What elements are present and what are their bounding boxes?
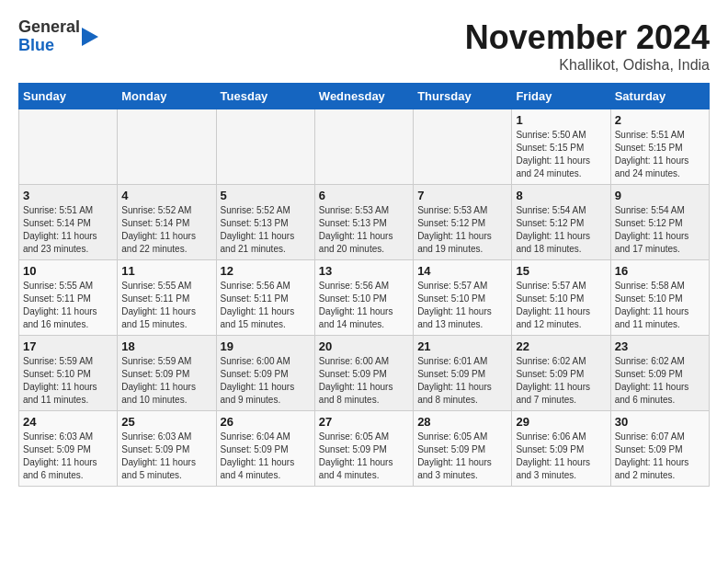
weekday-header-row: SundayMondayTuesdayWednesdayThursdayFrid… (19, 84, 710, 109)
day-info: Sunrise: 6:04 AM Sunset: 5:09 PM Dayligh… (221, 431, 311, 482)
day-info: Sunrise: 5:57 AM Sunset: 5:10 PM Dayligh… (516, 280, 606, 331)
day-number: 4 (121, 189, 211, 202)
day-number: 11 (121, 264, 211, 278)
day-number: 12 (221, 264, 311, 278)
calendar-cell: 7Sunrise: 5:53 AM Sunset: 5:12 PM Daylig… (414, 185, 512, 260)
calendar-cell: 20Sunrise: 6:00 AM Sunset: 5:09 PM Dayli… (314, 336, 413, 411)
calendar-cell (118, 109, 216, 185)
day-number: 17 (23, 339, 113, 353)
day-info: Sunrise: 5:59 AM Sunset: 5:09 PM Dayligh… (121, 355, 211, 407)
day-number: 7 (417, 189, 507, 202)
calendar-cell: 23Sunrise: 6:02 AM Sunset: 5:09 PM Dayli… (610, 336, 709, 411)
calendar-cell: 14Sunrise: 5:57 AM Sunset: 5:10 PM Dayli… (414, 260, 512, 336)
day-info: Sunrise: 5:52 AM Sunset: 5:13 PM Dayligh… (221, 204, 311, 256)
day-info: Sunrise: 5:57 AM Sunset: 5:10 PM Dayligh… (417, 280, 507, 331)
day-info: Sunrise: 5:51 AM Sunset: 5:14 PM Dayligh… (23, 204, 113, 256)
day-info: Sunrise: 6:03 AM Sunset: 5:09 PM Dayligh… (23, 431, 113, 482)
logo-general: General (18, 18, 80, 37)
day-number: 8 (516, 189, 606, 202)
day-info: Sunrise: 6:02 AM Sunset: 5:09 PM Dayligh… (516, 355, 606, 407)
day-number: 25 (121, 415, 211, 429)
calendar-cell: 24Sunrise: 6:03 AM Sunset: 5:09 PM Dayli… (19, 411, 118, 487)
day-number: 6 (319, 189, 409, 202)
day-number: 15 (516, 264, 606, 278)
day-number: 3 (23, 189, 113, 202)
day-number: 26 (221, 415, 311, 429)
day-number: 27 (319, 415, 409, 429)
day-info: Sunrise: 5:53 AM Sunset: 5:12 PM Dayligh… (417, 204, 507, 256)
day-info: Sunrise: 5:56 AM Sunset: 5:10 PM Dayligh… (319, 280, 409, 331)
calendar-cell (216, 109, 314, 185)
calendar-cell: 27Sunrise: 6:05 AM Sunset: 5:09 PM Dayli… (314, 411, 413, 487)
calendar-table: SundayMondayTuesdayWednesdayThursdayFrid… (18, 83, 710, 487)
day-number: 10 (23, 264, 113, 278)
logo: General Blue (18, 18, 98, 55)
week-row-1: 1Sunrise: 5:50 AM Sunset: 5:15 PM Daylig… (19, 109, 710, 185)
calendar-cell: 10Sunrise: 5:55 AM Sunset: 5:11 PM Dayli… (19, 260, 118, 336)
calendar-cell: 9Sunrise: 5:54 AM Sunset: 5:12 PM Daylig… (610, 185, 709, 260)
day-number: 28 (417, 415, 507, 429)
calendar-cell (19, 109, 118, 185)
logo-blue: Blue (18, 37, 80, 55)
day-number: 14 (417, 264, 507, 278)
day-info: Sunrise: 6:00 AM Sunset: 5:09 PM Dayligh… (319, 355, 409, 407)
page-header: General Blue November 2024 Khallikot, Od… (18, 18, 710, 74)
calendar-cell: 19Sunrise: 6:00 AM Sunset: 5:09 PM Dayli… (216, 336, 314, 411)
day-info: Sunrise: 6:00 AM Sunset: 5:09 PM Dayligh… (221, 355, 311, 407)
day-info: Sunrise: 6:01 AM Sunset: 5:09 PM Dayligh… (417, 355, 507, 407)
day-info: Sunrise: 5:52 AM Sunset: 5:14 PM Dayligh… (121, 204, 211, 256)
day-number: 29 (516, 415, 606, 429)
day-number: 24 (23, 415, 113, 429)
day-number: 1 (516, 113, 606, 127)
calendar-cell: 8Sunrise: 5:54 AM Sunset: 5:12 PM Daylig… (512, 185, 610, 260)
day-number: 18 (121, 339, 211, 353)
day-info: Sunrise: 5:55 AM Sunset: 5:11 PM Dayligh… (23, 280, 113, 331)
calendar-cell: 6Sunrise: 5:53 AM Sunset: 5:13 PM Daylig… (314, 185, 413, 260)
day-info: Sunrise: 5:56 AM Sunset: 5:11 PM Dayligh… (221, 280, 311, 331)
day-number: 2 (615, 113, 705, 127)
svg-marker-0 (82, 28, 98, 46)
calendar-cell: 17Sunrise: 5:59 AM Sunset: 5:10 PM Dayli… (19, 336, 118, 411)
day-info: Sunrise: 5:59 AM Sunset: 5:10 PM Dayligh… (23, 355, 113, 407)
calendar-cell: 13Sunrise: 5:56 AM Sunset: 5:10 PM Dayli… (314, 260, 413, 336)
day-number: 22 (516, 339, 606, 353)
weekday-header-friday: Friday (512, 84, 610, 109)
weekday-header-monday: Monday (118, 84, 216, 109)
week-row-2: 3Sunrise: 5:51 AM Sunset: 5:14 PM Daylig… (19, 185, 710, 260)
calendar-cell: 11Sunrise: 5:55 AM Sunset: 5:11 PM Dayli… (118, 260, 216, 336)
calendar-cell: 21Sunrise: 6:01 AM Sunset: 5:09 PM Dayli… (414, 336, 512, 411)
day-info: Sunrise: 5:51 AM Sunset: 5:15 PM Dayligh… (615, 129, 705, 180)
day-info: Sunrise: 6:06 AM Sunset: 5:09 PM Dayligh… (516, 431, 606, 482)
location: Khallikot, Odisha, India (465, 57, 710, 74)
day-info: Sunrise: 6:03 AM Sunset: 5:09 PM Dayligh… (121, 431, 211, 482)
calendar-cell: 26Sunrise: 6:04 AM Sunset: 5:09 PM Dayli… (216, 411, 314, 487)
calendar-cell: 29Sunrise: 6:06 AM Sunset: 5:09 PM Dayli… (512, 411, 610, 487)
day-number: 23 (615, 339, 705, 353)
week-row-4: 17Sunrise: 5:59 AM Sunset: 5:10 PM Dayli… (19, 336, 710, 411)
day-info: Sunrise: 5:53 AM Sunset: 5:13 PM Dayligh… (319, 204, 409, 256)
calendar-cell: 3Sunrise: 5:51 AM Sunset: 5:14 PM Daylig… (19, 185, 118, 260)
calendar-cell: 4Sunrise: 5:52 AM Sunset: 5:14 PM Daylig… (118, 185, 216, 260)
calendar-cell: 15Sunrise: 5:57 AM Sunset: 5:10 PM Dayli… (512, 260, 610, 336)
day-number: 16 (615, 264, 705, 278)
day-info: Sunrise: 6:05 AM Sunset: 5:09 PM Dayligh… (417, 431, 507, 482)
week-row-5: 24Sunrise: 6:03 AM Sunset: 5:09 PM Dayli… (19, 411, 710, 487)
day-info: Sunrise: 5:58 AM Sunset: 5:10 PM Dayligh… (615, 280, 705, 331)
calendar-cell: 5Sunrise: 5:52 AM Sunset: 5:13 PM Daylig… (216, 185, 314, 260)
day-number: 21 (417, 339, 507, 353)
weekday-header-sunday: Sunday (19, 84, 118, 109)
weekday-header-wednesday: Wednesday (314, 84, 413, 109)
calendar-cell: 16Sunrise: 5:58 AM Sunset: 5:10 PM Dayli… (610, 260, 709, 336)
calendar-cell: 12Sunrise: 5:56 AM Sunset: 5:11 PM Dayli… (216, 260, 314, 336)
calendar-cell: 1Sunrise: 5:50 AM Sunset: 5:15 PM Daylig… (512, 109, 610, 185)
calendar-cell: 25Sunrise: 6:03 AM Sunset: 5:09 PM Dayli… (118, 411, 216, 487)
title-block: November 2024 Khallikot, Odisha, India (465, 18, 710, 74)
month-title: November 2024 (465, 18, 710, 57)
day-info: Sunrise: 5:54 AM Sunset: 5:12 PM Dayligh… (516, 204, 606, 256)
day-number: 9 (615, 189, 705, 202)
day-number: 20 (319, 339, 409, 353)
weekday-header-tuesday: Tuesday (216, 84, 314, 109)
calendar-cell: 2Sunrise: 5:51 AM Sunset: 5:15 PM Daylig… (610, 109, 709, 185)
day-info: Sunrise: 5:54 AM Sunset: 5:12 PM Dayligh… (615, 204, 705, 256)
calendar-cell (414, 109, 512, 185)
